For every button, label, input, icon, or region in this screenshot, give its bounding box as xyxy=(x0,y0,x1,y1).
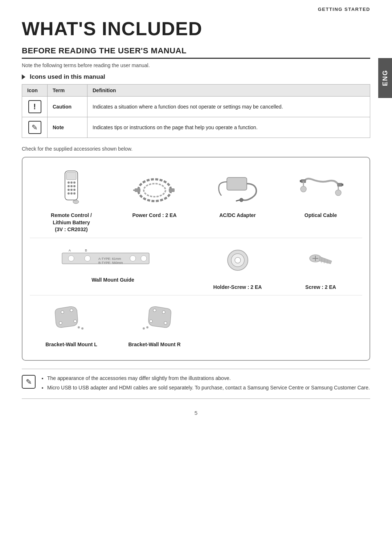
remote-control-image xyxy=(48,172,95,208)
table-header-icon: Icon xyxy=(22,85,48,97)
bracket-l-image xyxy=(48,301,95,338)
top-header: GETTING STARTED xyxy=(0,0,392,14)
arrow-right-icon xyxy=(22,74,25,79)
svg-point-4 xyxy=(73,181,75,184)
note-box-icon: ✎ xyxy=(22,375,36,389)
icons-table: Icon Term Definition ! Caution Indicates… xyxy=(22,84,370,138)
optical-cable-label: Optical Cable xyxy=(305,212,337,219)
svg-rect-25 xyxy=(337,183,342,187)
svg-rect-1 xyxy=(66,172,76,180)
bracket-r-image xyxy=(131,301,178,338)
accessories-row-1: Remote Control /Lithium Battery(3V : CR2… xyxy=(30,166,362,238)
note-icon: ✎ xyxy=(28,121,41,134)
svg-point-36 xyxy=(130,255,136,261)
svg-rect-20 xyxy=(227,177,247,190)
accessories-row3-empty xyxy=(196,295,362,353)
svg-rect-26 xyxy=(342,184,343,186)
wall-mount-guide-label: Wall Mount Guide xyxy=(91,277,134,284)
acdc-adapter-label: AC/DC Adapter xyxy=(219,212,256,219)
svg-point-13 xyxy=(73,192,75,195)
note-icon-wrap: ✎ xyxy=(22,375,36,389)
getting-started-label: GETTING STARTED xyxy=(318,7,370,12)
svg-point-53 xyxy=(78,326,80,328)
caution-definition: Indicates a situation where a function d… xyxy=(87,97,370,117)
svg-text:B-TYPE: 560mm: B-TYPE: 560mm xyxy=(98,261,123,265)
svg-point-49 xyxy=(61,311,64,314)
svg-point-12 xyxy=(70,192,73,195)
table-header-definition: Definition xyxy=(87,85,370,97)
svg-point-42 xyxy=(235,257,241,263)
accessory-power-cord: Power Cord : 2 EA xyxy=(113,166,196,238)
note-bullet-2: Micro USB to USB adapter and HDMI cables… xyxy=(47,384,370,392)
screw-image xyxy=(297,244,344,280)
accessories-box: Remote Control /Lithium Battery(3V : CR2… xyxy=(22,157,370,361)
svg-point-51 xyxy=(74,320,77,323)
table-row: ! Caution Indicates a situation where a … xyxy=(22,97,370,117)
optical-cable-image xyxy=(297,172,344,208)
caution-icon-cell: ! xyxy=(22,97,48,117)
table-header-term: Term xyxy=(48,85,87,97)
power-cord-label: Power Cord : 2 EA xyxy=(132,212,176,219)
svg-point-14 xyxy=(73,200,79,204)
svg-line-22 xyxy=(236,200,240,201)
note-icon-cell: ✎ xyxy=(22,117,48,138)
accessory-bracket-l: Bracket-Wall Mount L xyxy=(30,295,113,353)
section-title: BEFORE READING THE USER'S MANUAL xyxy=(22,46,370,59)
subtitle-note: Note the following terms before reading … xyxy=(22,62,370,68)
svg-point-58 xyxy=(164,322,167,324)
svg-text:A: A xyxy=(69,249,71,252)
holder-screw-image xyxy=(214,244,261,280)
accessory-holder-screw: Holder-Screw : 2 EA xyxy=(196,238,279,295)
svg-rect-24 xyxy=(300,180,302,182)
svg-point-5 xyxy=(68,185,70,187)
svg-point-32 xyxy=(68,255,74,261)
svg-point-27 xyxy=(301,186,306,192)
page-title: WHAT'S INCLUDED xyxy=(22,18,370,40)
accessory-acdc-adapter: AC/DC Adapter xyxy=(196,166,279,238)
table-row: ✎ Note Indicates tips or instructions on… xyxy=(22,117,370,138)
main-content: WHAT'S INCLUDED BEFORE READING THE USER'… xyxy=(0,14,392,430)
svg-point-37 xyxy=(141,255,147,261)
svg-point-50 xyxy=(70,309,73,312)
svg-point-21 xyxy=(240,198,243,202)
accessories-row-2: A-TYPE: 61mm B-TYPE: 560mm A B Wall Moun… xyxy=(30,238,362,295)
svg-point-55 xyxy=(162,311,165,314)
screw-label: Screw : 2 EA xyxy=(305,284,336,291)
accessory-screw: Screw : 2 EA xyxy=(279,238,362,295)
svg-point-10 xyxy=(73,189,75,191)
svg-point-3 xyxy=(70,181,73,184)
bracket-l-label: Bracket-Wall Mount L xyxy=(45,341,97,348)
svg-point-59 xyxy=(146,326,148,328)
svg-point-11 xyxy=(68,192,70,195)
accessory-bracket-r: Bracket-Wall Mount R xyxy=(113,295,196,353)
note-box: ✎ The appearance of the accessories may … xyxy=(22,369,370,399)
svg-point-8 xyxy=(68,189,70,191)
svg-point-60 xyxy=(143,327,145,330)
svg-point-6 xyxy=(70,185,73,187)
svg-point-56 xyxy=(153,309,156,312)
accessories-row-3: Bracket-Wall Mount L xyxy=(30,295,362,353)
svg-point-16 xyxy=(144,184,166,197)
svg-text:B: B xyxy=(85,249,87,252)
accessory-optical-cable: Optical Cable xyxy=(279,166,362,238)
svg-point-57 xyxy=(150,320,152,323)
holder-screw-label: Holder-Screw : 2 EA xyxy=(213,284,262,291)
caution-term: Caution xyxy=(48,97,87,117)
icons-heading-text: Icons used in this manual xyxy=(30,73,105,81)
acdc-adapter-image xyxy=(214,172,261,208)
power-cord-image xyxy=(131,172,178,208)
check-note: Check for the supplied accessories shown… xyxy=(22,146,370,152)
icons-heading: Icons used in this manual xyxy=(22,73,370,81)
side-tab-text: ENG xyxy=(381,70,389,86)
svg-text:A-TYPE: 61mm: A-TYPE: 61mm xyxy=(98,257,121,261)
remote-control-label: Remote Control /Lithium Battery(3V : CR2… xyxy=(51,212,92,233)
caution-icon: ! xyxy=(28,100,41,113)
svg-point-9 xyxy=(70,189,73,191)
accessory-wall-mount-guide: A-TYPE: 61mm B-TYPE: 560mm A B Wall Moun… xyxy=(30,238,196,295)
svg-point-2 xyxy=(68,181,70,184)
bracket-r-label: Bracket-Wall Mount R xyxy=(128,341,180,348)
svg-point-29 xyxy=(335,190,341,196)
svg-rect-17 xyxy=(135,188,140,192)
svg-point-7 xyxy=(73,185,75,187)
svg-point-33 xyxy=(85,255,90,261)
